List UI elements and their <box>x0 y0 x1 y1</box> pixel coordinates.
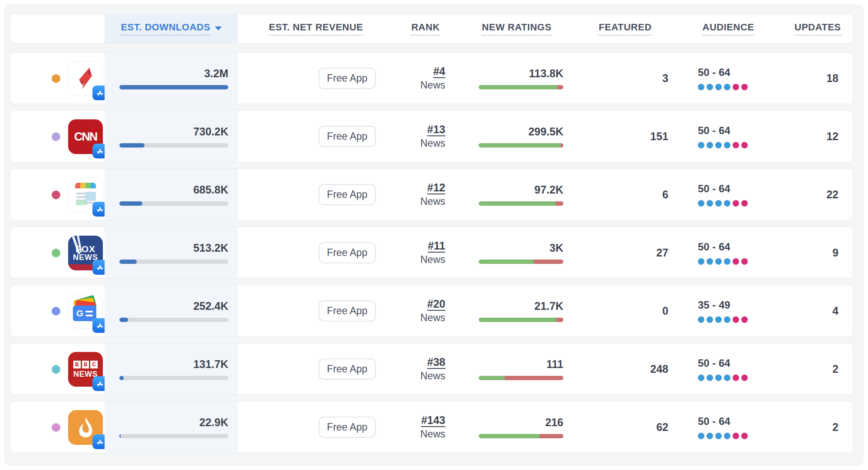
rank-category: News <box>420 370 445 382</box>
audience-dot-pink <box>741 200 748 207</box>
featured-count: 27 <box>656 247 668 259</box>
featured-cell: 6 <box>576 169 674 220</box>
ratings-value: 3K <box>549 242 563 254</box>
downloads-cell: 513.2K <box>105 227 238 278</box>
audience-dot-pink <box>733 142 739 148</box>
rank-link[interactable]: #38 <box>427 356 445 368</box>
audience-dots <box>698 84 783 90</box>
header-label-est-net-revenue[interactable]: EST. NET REVENUE <box>269 22 363 36</box>
audience-dot-pink <box>741 433 748 439</box>
app-cell: FOX NEWS <box>10 227 105 278</box>
audience-range: 50 - 64 <box>698 183 783 195</box>
audience-dot-blue <box>698 375 704 381</box>
ratings-cell: 111 <box>457 343 576 394</box>
header-label-est-downloads[interactable]: EST. DOWNLOADS <box>121 22 210 36</box>
app-row[interactable]: 685.8K Free App #12 News 97.2K 6 50 - 64 <box>10 168 853 220</box>
audience-dot-blue <box>715 375 722 381</box>
revenue-cell: Free App <box>238 53 394 104</box>
audience-dot-pink <box>733 375 739 381</box>
rank-link[interactable]: #11 <box>428 240 445 252</box>
table-header: EST. DOWNLOADS EST. NET REVENUE RANK NEW… <box>10 14 853 43</box>
audience-dots <box>698 375 783 381</box>
audience-dot-blue <box>698 258 704 265</box>
ratings-bar-track <box>479 143 563 148</box>
bbc-news-app-icon[interactable]: B B C NEWS <box>68 352 103 387</box>
ratings-positive-fill <box>479 318 556 322</box>
rank-category: News <box>420 312 445 324</box>
google-news-app-icon[interactable]: G <box>68 294 103 329</box>
downloads-bar-track <box>119 434 228 438</box>
rank-link[interactable]: #4 <box>433 65 445 78</box>
updates-count: 2 <box>832 421 838 434</box>
cnn-app-icon[interactable]: CNN <box>68 119 103 154</box>
downloads-bar-fill <box>119 85 228 89</box>
app-row[interactable]: B B C NEWS 131.7K Free App #38 News 111 <box>10 343 853 395</box>
audience-dot-blue <box>724 375 730 381</box>
audience-dot-pink <box>733 200 739 207</box>
app-row[interactable]: CNN 730.2K Free App #13 News 299.5K 151 <box>10 110 853 162</box>
ratings-bar-track <box>479 201 563 206</box>
ratings-negative-fill <box>534 260 563 264</box>
sort-control[interactable]: EST. DOWNLOADS <box>121 22 221 36</box>
audience-dot-blue <box>715 316 722 323</box>
updates-cell: 4 <box>783 285 853 336</box>
app-row[interactable]: 22.9K Free App #143 News 216 62 50 - 64 <box>10 401 853 453</box>
audience-dot-pink <box>733 258 739 265</box>
audience-cell: 50 - 64 <box>674 401 783 453</box>
updates-count: 9 <box>832 247 838 259</box>
revenue-cell: Free App <box>238 227 394 278</box>
app-color-dot <box>52 307 60 316</box>
audience-dots <box>698 200 783 207</box>
audience-dot-pink <box>733 84 739 90</box>
app-row[interactable]: 3.2M Free App #4 News 113.8K 3 50 - 64 <box>10 52 853 104</box>
audience-dot-blue <box>698 433 704 439</box>
ratings-negative-fill <box>556 201 563 206</box>
app-row[interactable]: G 252.4K Free App #20 News 21.7K 0 <box>10 285 853 337</box>
rank-cell: #11 News <box>394 227 457 278</box>
audience-cell: 50 - 64 <box>674 53 783 104</box>
ratings-positive-fill <box>479 143 561 148</box>
rank-link[interactable]: #13 <box>427 123 445 136</box>
ratings-bar-track <box>479 434 563 438</box>
downloads-bar-fill <box>119 143 145 148</box>
audience-dots <box>698 316 783 323</box>
header-label-audience[interactable]: AUDIENCE <box>703 22 754 36</box>
rank-cell: #4 News <box>394 53 457 104</box>
audience-dot-blue <box>724 200 730 207</box>
rank-link[interactable]: #143 <box>421 414 445 427</box>
smartnews-app-icon[interactable] <box>68 61 103 96</box>
featured-cell: 151 <box>576 111 674 162</box>
audience-dot-blue <box>724 316 730 323</box>
audience-range: 50 - 64 <box>698 357 783 369</box>
rank-category: News <box>420 254 445 266</box>
app-row[interactable]: FOX NEWS 513.2K Free App #11 News 3K 27 <box>10 227 853 279</box>
downloads-bar-track <box>119 260 228 264</box>
audience-cell: 50 - 64 <box>674 343 783 394</box>
audience-dot-blue <box>698 316 704 323</box>
rank-link[interactable]: #20 <box>427 298 445 310</box>
audience-dot-blue <box>715 258 722 265</box>
header-est-net-revenue: EST. NET REVENUE <box>238 14 394 43</box>
ratings-value: 216 <box>545 416 563 429</box>
downloads-bar-fill <box>119 318 128 322</box>
ratings-cell: 113.8K <box>457 53 576 104</box>
header-label-new-ratings[interactable]: NEW RATINGS <box>482 22 551 36</box>
header-label-rank[interactable]: RANK <box>411 22 440 36</box>
fox-news-app-icon[interactable]: FOX NEWS <box>68 236 103 270</box>
header-label-updates[interactable]: UPDATES <box>795 22 841 36</box>
rank-link[interactable]: #12 <box>427 181 445 194</box>
header-label-featured[interactable]: FEATURED <box>598 22 651 36</box>
ratings-bar-track <box>479 318 563 322</box>
revenue-cell: Free App <box>238 285 394 336</box>
al-jazeera-app-icon[interactable] <box>68 410 103 445</box>
updates-cell: 2 <box>783 343 853 394</box>
ratings-value: 113.8K <box>529 67 563 80</box>
featured-count: 3 <box>662 72 668 85</box>
audience-dot-blue <box>698 84 704 90</box>
app-color-dot <box>52 191 60 199</box>
audience-dot-blue <box>715 84 722 90</box>
featured-cell: 62 <box>576 401 674 453</box>
newsbreak-app-icon[interactable] <box>68 177 103 212</box>
updates-cell: 2 <box>783 401 853 453</box>
app-color-dot <box>52 132 60 141</box>
